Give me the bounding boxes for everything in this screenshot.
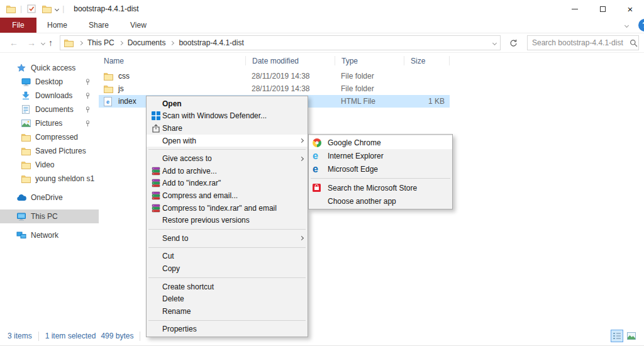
toolbar-divider: | [62, 4, 64, 13]
menu-item-cut[interactable]: Cut [147, 250, 308, 263]
sidebar-item-onedrive[interactable]: OneDrive [0, 191, 99, 204]
menu-item-add-to-archive[interactable]: Add to archive... [147, 165, 308, 177]
back-arrow-icon[interactable]: ← [9, 38, 18, 48]
pin-icon [85, 106, 91, 115]
help-icon[interactable]: ? [638, 19, 644, 31]
tab-home[interactable]: Home [36, 18, 78, 33]
maximize-button[interactable] [589, 0, 616, 18]
up-arrow-icon[interactable]: ↑ [48, 38, 53, 48]
items-count: 3 items [8, 332, 32, 340]
menu-item-create-shortcut[interactable]: Create shortcut [147, 281, 308, 293]
sidebar-item-saved-pictures[interactable]: Saved Pictures [0, 144, 99, 158]
menu-item-send-to[interactable]: Send to [147, 232, 308, 245]
winrar-icon [149, 167, 162, 176]
address-bar[interactable]: This PC Documents bootstrap-4.4.1-dist [60, 35, 501, 50]
tab-view[interactable]: View [119, 18, 157, 33]
details-view-button[interactable] [611, 330, 623, 342]
menu-item-copy[interactable]: Copy [147, 262, 308, 275]
breadcrumb-this-pc[interactable]: This PC [84, 38, 118, 47]
close-button[interactable]: × [616, 0, 644, 18]
sidebar-item-network[interactable]: Network [0, 228, 99, 242]
minimize-button[interactable] [561, 0, 589, 18]
pin-icon [85, 92, 91, 101]
thispc-icon [16, 213, 27, 221]
menu-item-give-access-to[interactable]: Give access to [147, 152, 308, 165]
sidebar-item-pictures[interactable]: Pictures [0, 116, 99, 130]
edge-icon: e [313, 165, 328, 174]
properties-check-icon[interactable] [26, 4, 37, 13]
onedrive-icon [16, 194, 27, 201]
menu-item-compress-to-index-rar-and-email[interactable]: Compress to "index.rar" and email [147, 202, 308, 215]
open-with-item-microsoft-edge[interactable]: eMicrosoft Edge [309, 162, 452, 176]
menu-item-properties[interactable]: Properties [147, 323, 308, 336]
svg-text:e: e [106, 99, 109, 105]
tab-file[interactable]: File [0, 18, 36, 33]
breadcrumb-chevron-icon [119, 42, 123, 45]
breadcrumb-documents[interactable]: Documents [125, 38, 169, 47]
status-divider [38, 332, 39, 341]
thumbnails-view-button[interactable] [625, 330, 638, 342]
html-icon: e [104, 97, 114, 106]
selection-size: 499 bytes [101, 332, 133, 340]
winrar-icon [149, 191, 162, 200]
menu-item-restore-previous-versions[interactable]: Restore previous versions [147, 214, 308, 226]
pin-icon [85, 79, 91, 87]
sidebar-item-young-sheldon-s1[interactable]: young sheldon s1 [0, 172, 99, 186]
file-row-css[interactable]: css28/11/2019 14:38File folder [99, 70, 450, 82]
menu-item-open-with[interactable]: Open with [147, 135, 308, 147]
address-dropdown-icon[interactable] [493, 42, 496, 45]
open-with-item-choose-another-app[interactable]: Choose another app [309, 194, 452, 208]
file-name: index [118, 97, 136, 106]
sidebar-item-video[interactable]: Video [0, 158, 99, 172]
sidebar-item-documents[interactable]: Documents [0, 103, 99, 116]
open-with-item-internet-explorer[interactable]: eInternet Explorer [309, 149, 452, 162]
menu-item-open[interactable]: Open [147, 98, 308, 110]
search-input[interactable] [532, 38, 630, 47]
refresh-icon[interactable] [506, 39, 521, 47]
open-with-item-google-chrome[interactable]: Google Chrome [309, 136, 452, 149]
file-size: 1 KB [404, 97, 450, 106]
folder-icon [20, 133, 31, 142]
folder-icon [64, 39, 74, 47]
address-toolbar: ← → ↑ This PC Documents bootstrap-4.4.1-… [0, 33, 644, 53]
open-with-submenu: Google ChromeeInternet ExplorereMicrosof… [308, 134, 453, 209]
sidebar: Quick accessDesktopDownloadsDocumentsPic… [0, 53, 99, 326]
sidebar-item-this-pc[interactable]: This PC [0, 209, 99, 223]
tab-share[interactable]: Share [78, 18, 119, 33]
menu-item-delete[interactable]: Delete [147, 293, 308, 305]
menu-item-rename[interactable]: Rename [147, 305, 308, 318]
window-title: bootstrap-4.4.1-dist [74, 4, 138, 13]
app-folder-icon[interactable] [5, 5, 16, 13]
forward-arrow-icon[interactable]: → [27, 38, 36, 48]
toolbar-divider: | [20, 4, 22, 13]
explorer-window: | | bootstrap-4.4.1-dist × File Home Sha… [0, 0, 644, 346]
ie-icon: e [313, 152, 328, 160]
sidebar-item-desktop[interactable]: Desktop [0, 75, 99, 89]
column-header-name[interactable]: Name [99, 56, 245, 65]
menu-item-scan-with-windows-defender[interactable]: Scan with Windows Defender... [147, 110, 308, 123]
search-icon[interactable] [630, 39, 638, 47]
desktop-icon [20, 78, 31, 86]
file-row-js[interactable]: js28/11/2019 14:38File folder [99, 82, 450, 95]
menu-item-add-to-index-rar[interactable]: Add to "index.rar" [147, 177, 308, 190]
column-header-size[interactable]: Size [404, 56, 450, 65]
sidebar-item-downloads[interactable]: Downloads [0, 89, 99, 103]
breadcrumb-chevron-icon [170, 42, 174, 45]
menu-item-share[interactable]: Share [147, 122, 308, 135]
star-icon [16, 64, 27, 72]
menu-separator [311, 178, 450, 179]
toolbar-dropdown-icon[interactable] [55, 8, 58, 11]
file-type: File folder [335, 84, 404, 93]
menu-item-compress-and-email[interactable]: Compress and email... [147, 189, 308, 202]
sidebar-item-quick-access[interactable]: Quick access [0, 61, 99, 75]
new-folder-icon[interactable] [41, 5, 52, 13]
column-header-type[interactable]: Type [335, 56, 404, 65]
minimize-ribbon-icon[interactable] [625, 24, 628, 27]
menu-separator [148, 149, 306, 150]
column-header-date-modified[interactable]: Date modified [245, 56, 335, 65]
sidebar-item-compressed[interactable]: Compressed [0, 130, 99, 144]
open-with-item-search-the-microsoft-store[interactable]: Search the Microsoft Store [309, 181, 452, 194]
breadcrumb-current-folder[interactable]: bootstrap-4.4.1-dist [175, 38, 247, 47]
folder-icon [20, 147, 31, 155]
history-dropdown-icon[interactable] [42, 42, 45, 45]
